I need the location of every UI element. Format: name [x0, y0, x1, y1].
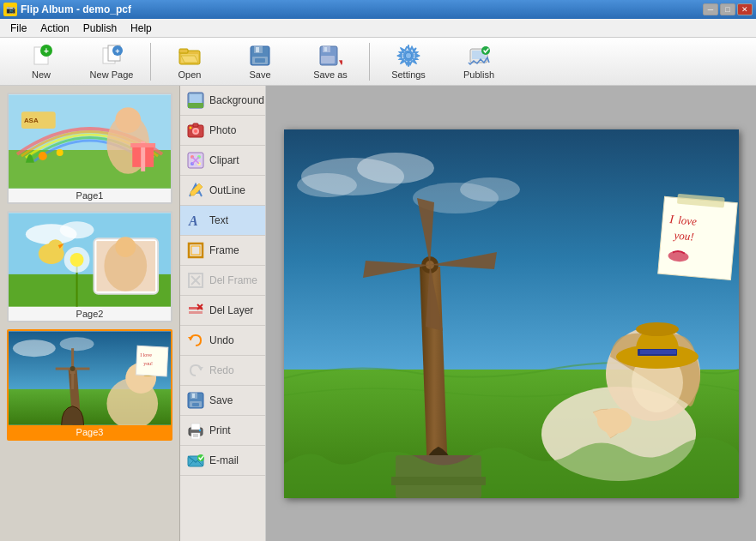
print-icon [187, 422, 204, 439]
close-button[interactable]: ✕ [737, 3, 753, 15]
print-label: Print [209, 424, 231, 436]
title-bar-left: 📷 Flip Album - demo_pcf [3, 3, 131, 16]
frame-label: Frame [209, 244, 239, 256]
toolbar-publish-label: Publish [463, 69, 494, 80]
toolbar-open-button[interactable]: Open [155, 41, 224, 82]
svg-rect-17 [324, 47, 327, 51]
svg-rect-70 [188, 103, 203, 108]
toolbar-saveas-label: Save as [313, 69, 348, 80]
page-thumb-img-1: ASA [9, 94, 171, 189]
svg-rect-83 [189, 243, 203, 257]
toolbar-new-label: New [32, 69, 51, 80]
tool-background[interactable]: Background [180, 86, 265, 116]
toolbar-new-button[interactable]: + New [7, 41, 76, 82]
del-layer-icon [187, 302, 204, 319]
window-controls: ─ □ ✕ [703, 3, 753, 15]
svg-point-53 [60, 337, 94, 351]
undo-icon [187, 332, 204, 349]
del-frame-label: Del Frame [209, 274, 257, 286]
main-toolbar: + New + New Page Open [0, 38, 756, 86]
undo-label: Undo [209, 334, 234, 346]
svg-rect-98 [192, 403, 199, 406]
new-icon: + [29, 44, 53, 68]
svg-rect-100 [191, 424, 200, 430]
svg-marker-92 [188, 337, 193, 340]
toolbar-saveas-button[interactable]: ▼ Save as [296, 41, 365, 82]
settings-icon [396, 44, 420, 68]
clipart-icon [187, 152, 204, 169]
svg-rect-12 [256, 47, 259, 52]
del-frame-icon [187, 272, 204, 289]
app-title: Flip Album - demo_pcf [21, 3, 131, 15]
toolbar-separator-1 [150, 43, 151, 81]
tool-photo[interactable]: Photo [180, 116, 265, 146]
toolbar-save-button[interactable]: Save [226, 41, 294, 82]
page3-label: Page3 [9, 425, 171, 439]
tool-outline[interactable]: OutLine [180, 176, 265, 206]
svg-text:love: love [677, 213, 697, 227]
tool-email[interactable]: E-mail [180, 446, 265, 476]
tool-save[interactable]: Save [180, 386, 265, 416]
svg-point-129 [636, 322, 679, 336]
svg-point-43 [70, 253, 84, 267]
svg-point-25 [481, 46, 490, 55]
svg-rect-14 [255, 58, 265, 63]
svg-point-52 [13, 340, 56, 357]
title-bar: 📷 Flip Album - demo_pcf ─ □ ✕ [0, 0, 756, 19]
minimize-button[interactable]: ─ [703, 3, 718, 15]
tool-undo[interactable]: Undo [180, 326, 265, 356]
tool-clipart[interactable]: Clipart [180, 146, 265, 176]
background-label: Background [209, 94, 264, 106]
tool-text[interactable]: A Text [180, 206, 265, 236]
svg-text:▼: ▼ [337, 57, 342, 67]
maximize-button[interactable]: □ [720, 3, 735, 15]
open-icon [178, 44, 202, 68]
page-thumb-2[interactable]: Page2 [7, 211, 172, 322]
toolbar-open-label: Open [178, 69, 202, 80]
menu-action[interactable]: Action [33, 21, 76, 36]
svg-text:I love: I love [140, 352, 152, 358]
tool-save-icon [187, 392, 204, 409]
tools-panel: Background Photo [180, 86, 266, 541]
svg-point-75 [190, 127, 192, 129]
svg-rect-18 [321, 56, 335, 63]
svg-rect-69 [190, 94, 202, 103]
page-thumb-img-2 [9, 213, 171, 307]
toolbar-settings-button[interactable]: Settings [374, 41, 443, 82]
page-thumb-3[interactable]: I love you! Page3 [7, 329, 172, 441]
tool-redo: Redo [180, 356, 265, 386]
text-icon: A [187, 212, 204, 229]
svg-point-58 [70, 366, 76, 371]
svg-text:A: A [188, 213, 198, 228]
toolbar-publish-button[interactable]: Publish [445, 41, 513, 82]
main-area: ASA Page1 [0, 86, 756, 541]
toolbar-settings-label: Settings [391, 69, 426, 80]
svg-point-106 [197, 454, 204, 461]
tool-frame[interactable]: Frame [180, 236, 265, 266]
svg-text:+: + [44, 46, 49, 56]
background-icon [187, 92, 204, 109]
menu-publish[interactable]: Publish [76, 21, 124, 36]
svg-rect-104 [199, 430, 201, 431]
menu-help[interactable]: Help [124, 21, 159, 36]
svg-rect-96 [192, 394, 195, 398]
svg-point-121 [597, 408, 632, 434]
page-thumb-img-3: I love you! [9, 331, 171, 425]
tool-print[interactable]: Print [180, 416, 265, 446]
photo-icon [187, 122, 204, 139]
toolbar-separator-2 [369, 43, 370, 81]
tool-del-layer[interactable]: Del Layer [180, 296, 265, 326]
menu-file[interactable]: File [3, 21, 33, 36]
app-icon: 📷 [3, 3, 17, 16]
menu-bar: File Action Publish Help [0, 19, 756, 38]
page-thumb-1[interactable]: ASA Page1 [7, 93, 172, 204]
email-icon [187, 452, 204, 469]
page-canvas[interactable]: I love you! [284, 129, 739, 498]
svg-rect-8 [179, 49, 188, 53]
svg-point-30 [39, 152, 47, 160]
svg-rect-74 [193, 123, 198, 127]
del-layer-label: Del Layer [209, 304, 253, 316]
outline-icon [187, 182, 204, 199]
toolbar-save-label: Save [249, 69, 270, 80]
toolbar-newpage-button[interactable]: + New Page [77, 41, 146, 82]
